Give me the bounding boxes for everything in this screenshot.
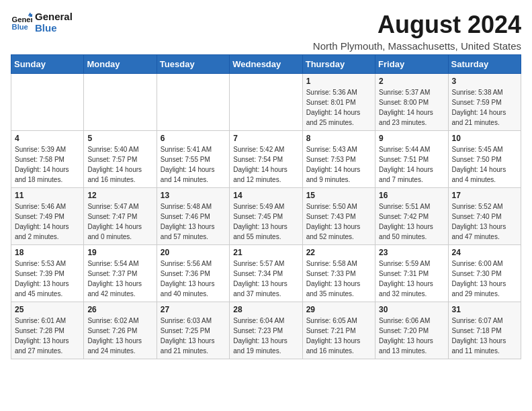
weekday-header-saturday: Saturday	[448, 55, 521, 74]
day-number: 24	[452, 248, 517, 257]
day-info: Sunrise: 6:03 AM Sunset: 7:25 PM Dayligh…	[161, 316, 226, 356]
day-info: Sunrise: 5:48 AM Sunset: 7:46 PM Dayligh…	[161, 201, 226, 242]
day-number: 23	[379, 248, 444, 257]
day-cell: 28Sunrise: 6:04 AM Sunset: 7:23 PM Dayli…	[230, 302, 302, 359]
day-info: Sunrise: 5:44 AM Sunset: 7:51 PM Dayligh…	[379, 144, 444, 185]
day-cell: 11Sunrise: 5:46 AM Sunset: 7:49 PM Dayli…	[11, 188, 84, 245]
day-cell	[11, 74, 84, 131]
day-info: Sunrise: 5:38 AM Sunset: 7:59 PM Dayligh…	[452, 87, 517, 128]
day-info: Sunrise: 5:46 AM Sunset: 7:49 PM Dayligh…	[15, 201, 80, 242]
logo-line2: Blue	[35, 22, 73, 34]
day-info: Sunrise: 5:52 AM Sunset: 7:40 PM Dayligh…	[452, 201, 517, 242]
day-number: 11	[15, 191, 80, 200]
day-cell: 27Sunrise: 6:03 AM Sunset: 7:25 PM Dayli…	[157, 302, 229, 359]
day-info: Sunrise: 5:54 AM Sunset: 7:37 PM Dayligh…	[87, 259, 152, 299]
week-row-1: 1Sunrise: 5:36 AM Sunset: 8:01 PM Daylig…	[11, 74, 521, 131]
weekday-header-sunday: Sunday	[11, 55, 84, 74]
day-cell: 19Sunrise: 5:54 AM Sunset: 7:37 PM Dayli…	[84, 245, 157, 302]
day-number: 15	[306, 191, 371, 200]
day-number: 26	[87, 305, 152, 314]
day-info: Sunrise: 5:47 AM Sunset: 7:47 PM Dayligh…	[87, 201, 152, 242]
calendar-title: August 2024	[313, 11, 521, 39]
day-info: Sunrise: 5:37 AM Sunset: 8:00 PM Dayligh…	[379, 87, 444, 128]
day-cell: 6Sunrise: 5:41 AM Sunset: 7:55 PM Daylig…	[157, 131, 229, 188]
day-cell: 12Sunrise: 5:47 AM Sunset: 7:47 PM Dayli…	[84, 188, 157, 245]
week-row-5: 25Sunrise: 6:01 AM Sunset: 7:28 PM Dayli…	[11, 302, 521, 359]
day-number: 28	[233, 305, 298, 314]
day-cell: 4Sunrise: 5:39 AM Sunset: 7:58 PM Daylig…	[11, 131, 84, 188]
day-info: Sunrise: 5:39 AM Sunset: 7:58 PM Dayligh…	[15, 144, 80, 185]
day-info: Sunrise: 5:57 AM Sunset: 7:34 PM Dayligh…	[233, 259, 298, 299]
day-cell	[157, 74, 229, 131]
day-cell: 31Sunrise: 6:07 AM Sunset: 7:18 PM Dayli…	[448, 302, 521, 359]
day-number: 22	[306, 248, 371, 257]
day-info: Sunrise: 5:45 AM Sunset: 7:50 PM Dayligh…	[452, 144, 517, 185]
day-info: Sunrise: 5:53 AM Sunset: 7:39 PM Dayligh…	[15, 259, 80, 299]
logo: General Blue General Blue	[11, 11, 73, 34]
day-info: Sunrise: 5:49 AM Sunset: 7:45 PM Dayligh…	[233, 201, 298, 242]
day-cell: 1Sunrise: 5:36 AM Sunset: 8:01 PM Daylig…	[302, 74, 375, 131]
day-number: 30	[379, 305, 444, 314]
day-number: 1	[306, 77, 371, 86]
day-cell: 20Sunrise: 5:56 AM Sunset: 7:36 PM Dayli…	[157, 245, 229, 302]
day-number: 25	[15, 305, 80, 314]
day-number: 16	[379, 191, 444, 200]
day-info: Sunrise: 5:58 AM Sunset: 7:33 PM Dayligh…	[306, 259, 371, 299]
day-info: Sunrise: 5:41 AM Sunset: 7:55 PM Dayligh…	[161, 144, 226, 185]
day-info: Sunrise: 6:02 AM Sunset: 7:26 PM Dayligh…	[87, 316, 152, 356]
day-info: Sunrise: 5:40 AM Sunset: 7:57 PM Dayligh…	[87, 144, 152, 185]
day-number: 13	[161, 191, 226, 200]
day-number: 20	[161, 248, 226, 257]
day-info: Sunrise: 5:56 AM Sunset: 7:36 PM Dayligh…	[161, 259, 226, 299]
day-number: 5	[87, 134, 152, 143]
day-number: 6	[161, 134, 226, 143]
logo-icon: General Blue	[11, 11, 32, 33]
day-number: 18	[15, 248, 80, 257]
day-number: 10	[452, 134, 517, 143]
day-info: Sunrise: 5:50 AM Sunset: 7:43 PM Dayligh…	[306, 201, 371, 242]
day-cell: 21Sunrise: 5:57 AM Sunset: 7:34 PM Dayli…	[230, 245, 302, 302]
weekday-header-thursday: Thursday	[302, 55, 375, 74]
day-info: Sunrise: 6:00 AM Sunset: 7:30 PM Dayligh…	[452, 259, 517, 299]
day-cell: 5Sunrise: 5:40 AM Sunset: 7:57 PM Daylig…	[84, 131, 157, 188]
weekday-header-monday: Monday	[84, 55, 157, 74]
calendar-subtitle: North Plymouth, Massachusetts, United St…	[313, 40, 521, 52]
day-cell: 17Sunrise: 5:52 AM Sunset: 7:40 PM Dayli…	[448, 188, 521, 245]
day-cell: 13Sunrise: 5:48 AM Sunset: 7:46 PM Dayli…	[157, 188, 229, 245]
week-row-3: 11Sunrise: 5:46 AM Sunset: 7:49 PM Dayli…	[11, 188, 521, 245]
day-info: Sunrise: 5:59 AM Sunset: 7:31 PM Dayligh…	[379, 259, 444, 299]
day-cell: 10Sunrise: 5:45 AM Sunset: 7:50 PM Dayli…	[448, 131, 521, 188]
weekday-header-friday: Friday	[375, 55, 448, 74]
day-number: 4	[15, 134, 80, 143]
day-cell: 14Sunrise: 5:49 AM Sunset: 7:45 PM Dayli…	[230, 188, 302, 245]
day-cell	[84, 74, 157, 131]
week-row-2: 4Sunrise: 5:39 AM Sunset: 7:58 PM Daylig…	[11, 131, 521, 188]
day-number: 7	[233, 134, 298, 143]
day-cell: 9Sunrise: 5:44 AM Sunset: 7:51 PM Daylig…	[375, 131, 448, 188]
day-cell: 22Sunrise: 5:58 AM Sunset: 7:33 PM Dayli…	[302, 245, 375, 302]
day-number: 31	[452, 305, 517, 314]
day-info: Sunrise: 5:42 AM Sunset: 7:54 PM Dayligh…	[233, 144, 298, 185]
week-row-4: 18Sunrise: 5:53 AM Sunset: 7:39 PM Dayli…	[11, 245, 521, 302]
day-info: Sunrise: 6:06 AM Sunset: 7:20 PM Dayligh…	[379, 316, 444, 356]
day-info: Sunrise: 5:36 AM Sunset: 8:01 PM Dayligh…	[306, 87, 371, 128]
day-cell: 8Sunrise: 5:43 AM Sunset: 7:53 PM Daylig…	[302, 131, 375, 188]
day-info: Sunrise: 6:07 AM Sunset: 7:18 PM Dayligh…	[452, 316, 517, 356]
day-cell: 23Sunrise: 5:59 AM Sunset: 7:31 PM Dayli…	[375, 245, 448, 302]
logo-line1: General	[35, 11, 73, 22]
day-info: Sunrise: 5:51 AM Sunset: 7:42 PM Dayligh…	[379, 201, 444, 242]
day-cell: 3Sunrise: 5:38 AM Sunset: 7:59 PM Daylig…	[448, 74, 521, 131]
day-cell	[230, 74, 302, 131]
day-cell: 16Sunrise: 5:51 AM Sunset: 7:42 PM Dayli…	[375, 188, 448, 245]
day-cell: 30Sunrise: 6:06 AM Sunset: 7:20 PM Dayli…	[375, 302, 448, 359]
day-number: 29	[306, 305, 371, 314]
day-number: 21	[233, 248, 298, 257]
title-block: August 2024 North Plymouth, Massachusett…	[313, 11, 521, 52]
day-number: 17	[452, 191, 517, 200]
day-number: 9	[379, 134, 444, 143]
day-cell: 15Sunrise: 5:50 AM Sunset: 7:43 PM Dayli…	[302, 188, 375, 245]
day-cell: 25Sunrise: 6:01 AM Sunset: 7:28 PM Dayli…	[11, 302, 84, 359]
day-cell: 24Sunrise: 6:00 AM Sunset: 7:30 PM Dayli…	[448, 245, 521, 302]
day-cell: 29Sunrise: 6:05 AM Sunset: 7:21 PM Dayli…	[302, 302, 375, 359]
day-info: Sunrise: 6:04 AM Sunset: 7:23 PM Dayligh…	[233, 316, 298, 356]
